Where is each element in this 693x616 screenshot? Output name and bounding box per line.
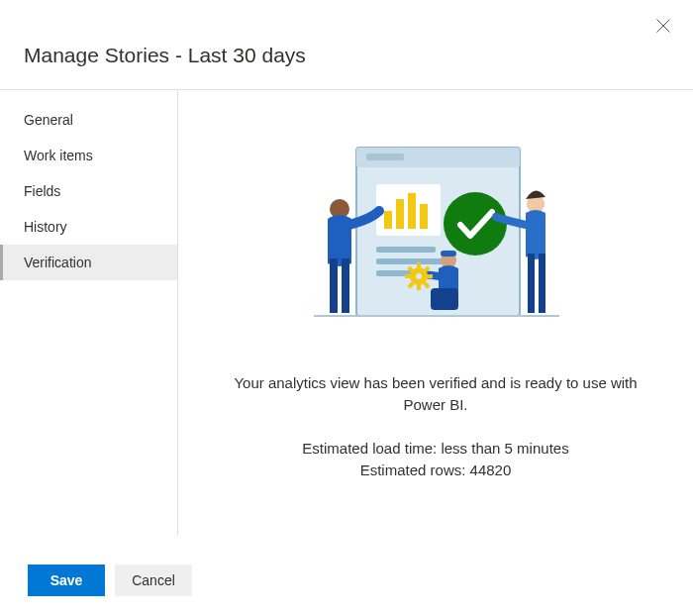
svg-rect-4: [366, 154, 404, 160]
svg-rect-15: [330, 258, 338, 313]
svg-rect-16: [342, 258, 349, 313]
estimated-load-label: Estimated load time:: [302, 440, 437, 457]
svg-rect-10: [376, 247, 436, 253]
svg-point-13: [444, 192, 507, 256]
close-icon: [656, 19, 670, 33]
estimated-rows-line: Estimated rows: 44820: [302, 460, 568, 482]
svg-rect-6: [384, 211, 392, 229]
svg-point-32: [416, 273, 422, 279]
sidebar-item-fields[interactable]: Fields: [0, 173, 177, 209]
sidebar-item-general[interactable]: General: [0, 102, 177, 138]
estimated-load-value: less than 5 minutes: [441, 440, 568, 457]
main-panel: General Work items Fields History Verifi…: [0, 90, 693, 536]
estimated-rows-value: 44820: [470, 462, 512, 478]
sidebar-item-work-items[interactable]: Work items: [0, 138, 177, 173]
svg-rect-22: [431, 288, 458, 310]
verification-illustration: [302, 140, 569, 333]
sidebar-item-verification[interactable]: Verification: [0, 245, 177, 280]
svg-rect-25: [417, 284, 421, 290]
cancel-button[interactable]: Cancel: [115, 565, 192, 596]
verification-message: Your analytics view has been verified an…: [218, 372, 653, 416]
svg-rect-8: [408, 193, 416, 229]
content-panel: Your analytics view has been verified an…: [178, 90, 693, 536]
estimated-rows-label: Estimated rows:: [360, 462, 466, 478]
svg-rect-24: [417, 262, 421, 268]
estimates-block: Estimated load time: less than 5 minutes…: [302, 438, 568, 482]
svg-rect-9: [420, 204, 428, 229]
sidebar-nav: General Work items Fields History Verifi…: [0, 90, 178, 536]
svg-rect-21: [441, 251, 456, 257]
estimated-load-line: Estimated load time: less than 5 minutes: [302, 438, 568, 461]
svg-rect-7: [396, 199, 404, 229]
svg-rect-26: [405, 274, 411, 278]
page-title: Manage Stories - Last 30 days: [0, 0, 693, 67]
svg-rect-18: [528, 254, 535, 313]
svg-rect-11: [376, 258, 446, 264]
save-button[interactable]: Save: [28, 565, 105, 596]
footer-actions: Save Cancel: [28, 565, 192, 596]
svg-rect-19: [539, 254, 545, 313]
sidebar-item-history[interactable]: History: [0, 209, 177, 245]
svg-rect-27: [427, 274, 433, 278]
close-button[interactable]: [651, 14, 675, 38]
